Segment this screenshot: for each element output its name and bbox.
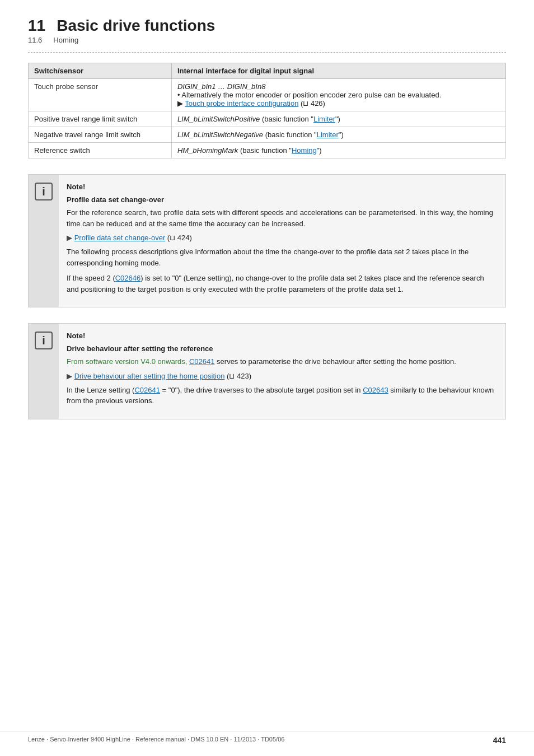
- page-footer: Lenze · Servo-Inverter 9400 HighLine · R…: [0, 731, 534, 745]
- signal-italic3: LIM_bLimitSwitchNegative: [177, 130, 263, 139]
- note-link-2: Drive behaviour after setting the home p…: [67, 372, 496, 380]
- note-box-2: i Note! Drive behaviour after setting th…: [28, 323, 506, 419]
- note-content-1: Note! Profile data set change-over For t…: [59, 175, 505, 307]
- profile-dataset-link[interactable]: Profile data set change-over: [74, 234, 166, 242]
- signal-italic4: HM_bHomingMark: [177, 146, 238, 155]
- table-row: Positive travel range limit switch LIM_b…: [29, 111, 506, 127]
- page-header: 11 Basic drive functions 11.6 Homing: [28, 17, 506, 44]
- limiter-link2[interactable]: Limiter: [317, 130, 339, 139]
- note-box-1: i Note! Profile data set change-over For…: [28, 174, 506, 307]
- table-row: Touch probe sensor DIGIN_bIn1 … DIGIN_bI…: [29, 79, 506, 111]
- note-para-1-2: The following process descriptions give …: [67, 246, 496, 268]
- table-header-col2: Internal interface for digital input sig…: [171, 63, 505, 79]
- page-number: 441: [493, 736, 506, 745]
- table-cell-switch1: Touch probe sensor: [29, 79, 172, 111]
- table-cell-signal3: LIM_bLimitSwitchNegative (basic function…: [171, 127, 505, 143]
- signal-italic2: LIM_bLimitSwitchPositive: [177, 115, 260, 123]
- note-content-2: Note! Drive behaviour after setting the …: [59, 324, 505, 419]
- table-row: Negative travel range limit switch LIM_b…: [29, 127, 506, 143]
- note-subtitle-1: Profile data set change-over: [67, 195, 496, 204]
- green-text-1: From software version V4.0 onwards, C026…: [67, 357, 214, 366]
- c02643-link[interactable]: C02643: [363, 386, 388, 394]
- table-row: Reference switch HM_bHomingMark (basic f…: [29, 143, 506, 158]
- note-para-2-1: From software version V4.0 onwards, C026…: [67, 356, 496, 367]
- footer-text: Lenze · Servo-Inverter 9400 HighLine · R…: [28, 736, 284, 745]
- table-cell-switch4: Reference switch: [29, 143, 172, 158]
- switch-sensor-table: Switch/sensor Internal interface for dig…: [28, 63, 506, 158]
- chapter-number: 11: [28, 17, 45, 35]
- c02646-link[interactable]: C02646: [115, 274, 141, 282]
- note-para-1-3: If the speed 2 (C02646) is set to "0" (L…: [67, 273, 496, 295]
- table-cell-signal1: DIGIN_bIn1 … DIGIN_bIn8 • Alternatively …: [171, 79, 505, 111]
- table-cell-signal2: LIM_bLimitSwitchPositive (basic function…: [171, 111, 505, 127]
- table-cell-signal4: HM_bHomingMark (basic function "Homing"): [171, 143, 505, 158]
- info-icon-1: i: [35, 183, 53, 200]
- sub-section-name: Homing: [53, 36, 78, 44]
- homing-link[interactable]: Homing: [292, 146, 317, 155]
- note-title-2: Note!: [67, 332, 496, 340]
- sub-section-number: 11.6: [28, 36, 42, 44]
- c02641-link-1[interactable]: C02641: [189, 357, 215, 366]
- signal-bullet2: ▶ Touch probe interface configuration (⊔…: [177, 99, 325, 108]
- note-para-2-2: In the Lenze setting (C02641 = "0"), the…: [67, 385, 496, 407]
- table-cell-switch2: Positive travel range limit switch: [29, 111, 172, 127]
- table-cell-switch3: Negative travel range limit switch: [29, 127, 172, 143]
- drive-behaviour-link[interactable]: Drive behaviour after setting the home p…: [74, 372, 225, 380]
- table-header-col1: Switch/sensor: [29, 63, 172, 79]
- signal-text-italic: DIGIN_bIn1 … DIGIN_bIn8: [177, 82, 266, 91]
- signal-bullet1: • Alternatively the motor encoder or pos…: [177, 91, 441, 99]
- note-link-1: Profile data set change-over (⊔ 424): [67, 234, 496, 242]
- c02641-link-2[interactable]: C02641: [134, 386, 160, 394]
- note-title-1: Note!: [67, 183, 496, 191]
- chapter-title: Basic drive functions: [57, 17, 215, 35]
- section-divider: [28, 52, 506, 53]
- limiter-link1[interactable]: Limiter: [313, 115, 335, 123]
- touch-probe-link[interactable]: Touch probe interface configuration: [185, 99, 298, 108]
- note-icon-col-2: i: [29, 324, 59, 419]
- note-subtitle-2: Drive behaviour after setting the refere…: [67, 344, 496, 353]
- note-para-1-1: For the reference search, two profile da…: [67, 207, 496, 229]
- note-icon-col-1: i: [29, 175, 59, 307]
- info-icon-2: i: [35, 332, 53, 349]
